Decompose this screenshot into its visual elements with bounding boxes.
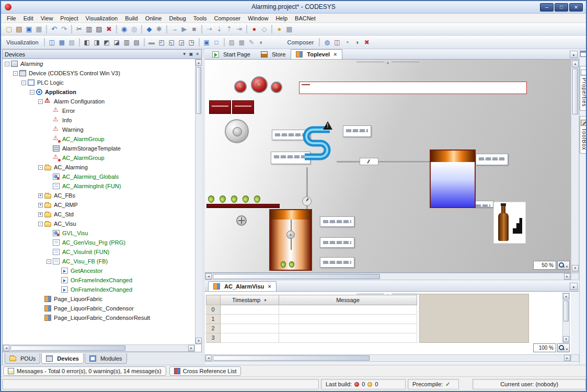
scroll-up-icon[interactable] (572, 61, 579, 67)
red-button-element[interactable] (209, 100, 231, 114)
expand-toggle-icon[interactable]: + (38, 193, 43, 198)
tree-item[interactable]: GVL_Visu (3, 228, 195, 238)
tree-horizontal-scrollbar[interactable] (3, 344, 195, 352)
hop-element[interactable] (231, 195, 237, 203)
start-icon[interactable]: ▶ (179, 25, 189, 34)
expand-toggle-icon[interactable]: - (13, 71, 18, 76)
message-column-header[interactable]: Message (279, 295, 417, 305)
valve-element[interactable] (271, 82, 282, 93)
tree-item[interactable]: - Device (CODESYS Control Win V3) (3, 68, 195, 78)
label-box-element[interactable] (473, 201, 493, 207)
tree-item[interactable]: - AC_Alarming (3, 163, 195, 172)
label-box-element[interactable] (320, 257, 354, 268)
undo-icon[interactable]: ↶ (49, 25, 59, 34)
align-left-icon[interactable]: ◧ (82, 38, 92, 47)
pipe-element[interactable] (301, 123, 334, 167)
canvas-zoom-button[interactable] (557, 261, 570, 270)
tab-close-icon[interactable]: ✕ (332, 52, 337, 57)
expand-toggle-icon[interactable]: - (30, 90, 34, 95)
composer-modules-icon[interactable]: ◫ (332, 38, 342, 47)
composer-error-icon[interactable]: ✖ (362, 38, 372, 47)
flow-control-icon[interactable]: ◇ (259, 25, 269, 34)
scrollbar-thumb[interactable] (196, 67, 201, 114)
canvas-horizontal-scrollbar[interactable] (205, 273, 571, 280)
align-right-icon[interactable]: ◨ (92, 38, 102, 47)
print-icon[interactable]: ▦ (34, 25, 44, 34)
align-top-icon[interactable]: ◩ (102, 38, 112, 47)
visualization-canvas[interactable]: 50 % (205, 60, 571, 273)
sort-dropdown-icon[interactable]: ▼ (263, 298, 267, 302)
tree-item[interactable]: OnFrameIndexChanged (3, 285, 195, 294)
tree-item[interactable]: + AC_Std (3, 210, 195, 219)
composer-overview-icon[interactable]: ◍ (322, 38, 332, 47)
pipe-element[interactable] (306, 167, 308, 215)
send-to-back-icon[interactable]: ◱ (167, 38, 177, 47)
tank-element[interactable] (430, 149, 476, 208)
scrollbar-thumb[interactable] (213, 355, 370, 361)
tree-item[interactable]: GetAncestor (3, 266, 195, 275)
tree-item[interactable]: AlarmStorageTemplate (3, 144, 195, 153)
menu-item[interactable]: Project (56, 14, 82, 22)
expand-toggle-icon[interactable]: - (21, 80, 26, 85)
alarm-table-row[interactable]: 1 (206, 315, 417, 324)
hop-element[interactable] (220, 195, 226, 203)
menu-item[interactable]: Visualization (82, 14, 122, 22)
gauge-element[interactable] (302, 197, 312, 206)
element-list-icon[interactable]: ▤ (67, 38, 77, 47)
label-box-element[interactable] (320, 237, 354, 248)
menu-item[interactable]: View (37, 14, 57, 22)
make-same-size-icon[interactable]: ▬ (147, 38, 157, 47)
scroll-up-icon[interactable] (563, 293, 569, 299)
alarm-table-row[interactable]: 2 (206, 324, 417, 333)
tree-item[interactable]: - Alarming (3, 59, 195, 68)
maximize-button[interactable]: □ (555, 3, 568, 11)
expand-toggle-icon[interactable]: + (38, 212, 43, 217)
bring-forward-icon[interactable]: ◲ (177, 38, 187, 47)
color-picker-icon[interactable]: ◐ (257, 38, 267, 47)
bottle-image[interactable] (493, 202, 526, 244)
expand-toggle-icon[interactable]: - (38, 222, 43, 226)
tab-list-dropdown-icon[interactable] (570, 51, 578, 58)
scroll-right-icon[interactable] (188, 345, 194, 351)
canvas-zoom-value[interactable]: 50 % (533, 261, 556, 270)
step-out-icon[interactable]: ⇡ (224, 25, 234, 34)
messages-button[interactable]: Messages - Total 0 error(s), 0 warning(s… (3, 366, 166, 376)
navigator-tab[interactable]: POUs (5, 353, 40, 364)
brew-tank-element[interactable] (269, 209, 312, 271)
expand-toggle-icon[interactable]: - (38, 99, 43, 104)
align-bottom-icon[interactable]: ◪ (112, 38, 122, 47)
hop-element[interactable] (254, 195, 260, 203)
tree-item[interactable]: - AC_Visu (3, 219, 195, 228)
hop-element[interactable] (243, 195, 249, 203)
scrollbar-thumb[interactable] (572, 68, 578, 114)
menu-item[interactable]: Build (121, 14, 141, 22)
composer-parameters-icon[interactable]: ◔ (342, 38, 352, 47)
scroll-left-icon[interactable] (3, 345, 9, 351)
valve-element[interactable] (251, 76, 268, 93)
tree-vertical-scrollbar[interactable] (195, 59, 202, 344)
tree-item[interactable]: - Alarm Configuration (3, 97, 195, 106)
scroll-left-icon[interactable] (205, 273, 212, 280)
tree-item[interactable]: - Application (3, 87, 195, 97)
tree-item[interactable]: AC_GenVisu_Prg (PRG) (3, 238, 195, 247)
tab-list-dropdown-icon[interactable] (570, 283, 578, 290)
knob-element[interactable] (225, 119, 249, 143)
editor-tab[interactable]: Start Page (207, 49, 256, 59)
expand-toggle-icon[interactable]: - (47, 259, 51, 264)
cross-reference-button[interactable]: Cross Reference List (169, 366, 241, 376)
tree-item[interactable]: Warning (3, 125, 195, 134)
alarm-vertical-scrollbar[interactable] (562, 293, 570, 343)
compile-icon[interactable]: ✱ (154, 25, 164, 34)
minimize-button[interactable]: ─ (540, 3, 554, 11)
close-button[interactable]: ✕ (569, 3, 583, 11)
align-center-horizontal-icon[interactable]: ▥ (122, 38, 132, 47)
editor-tab[interactable]: Store (256, 49, 291, 59)
group-icon[interactable]: ▣ (202, 38, 212, 47)
stop-icon[interactable]: ■ (189, 25, 199, 34)
menu-item[interactable]: Window (244, 14, 272, 22)
bring-to-front-icon[interactable]: ◰ (157, 38, 167, 47)
tree-item[interactable]: - AC_Visu_FB (FB) (3, 257, 195, 266)
tree-item[interactable]: Error (3, 106, 195, 116)
expand-toggle-icon[interactable]: - (38, 165, 43, 170)
label-box-element[interactable] (320, 216, 354, 227)
